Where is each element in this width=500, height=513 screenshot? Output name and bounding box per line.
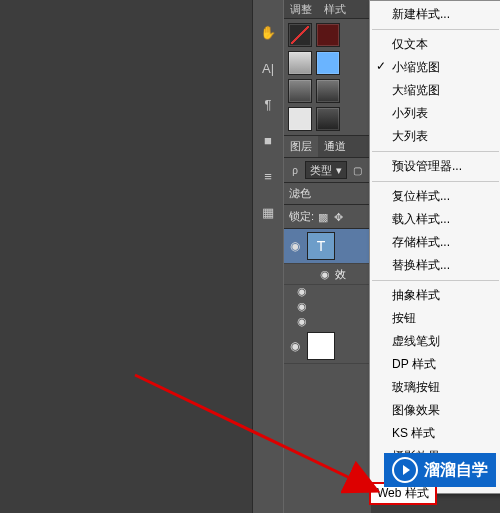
tab-layers[interactable]: 图层 (284, 136, 318, 157)
menu-item-preset-manager[interactable]: 预设管理器... (370, 155, 500, 178)
style-swatch-2[interactable] (316, 23, 340, 47)
menu-item-load-styles[interactable]: 载入样式... (370, 208, 500, 231)
fx-visibility-icon[interactable]: ◉ (318, 268, 332, 281)
menu-item-ks-styles[interactable]: KS 样式 (370, 422, 500, 445)
layer-row-bg[interactable]: ◉ (284, 329, 371, 364)
style-swatch-8[interactable] (316, 107, 340, 131)
menu-separator (372, 29, 499, 30)
layers-panel-tabs: 图层 通道 (284, 136, 371, 157)
workspace-canvas (0, 0, 252, 513)
style-swatch-none[interactable] (288, 23, 312, 47)
styles-panel-menu: 新建样式... 仅文本 小缩览图 大缩览图 小列表 大列表 预设管理器... 复… (369, 0, 500, 494)
layer-thumb-text: T (307, 232, 335, 260)
filter-search-icon[interactable]: ρ (288, 163, 302, 177)
menu-item-small-thumb[interactable]: 小缩览图 (370, 56, 500, 79)
lock-label: 锁定: (289, 209, 314, 224)
styles-panel-tabs: 调整 样式 (284, 0, 371, 19)
menu-separator (372, 151, 499, 152)
tab-yangshi[interactable]: 样式 (318, 0, 352, 18)
menu-item-text-only[interactable]: 仅文本 (370, 33, 500, 56)
menu-item-large-list[interactable]: 大列表 (370, 125, 500, 148)
menu-item-large-thumb[interactable]: 大缩览图 (370, 79, 500, 102)
menu-item-save-styles[interactable]: 存储样式... (370, 231, 500, 254)
swatches-panel-icon[interactable]: ■ (258, 130, 278, 150)
layer-thumb-white (307, 332, 335, 360)
styles-swatch-grid (284, 19, 371, 135)
layer-kind-dropdown[interactable]: 类型 ▾ (305, 161, 347, 179)
menu-item-abstract-styles[interactable]: 抽象样式 (370, 284, 500, 307)
tab-channels[interactable]: 通道 (318, 136, 352, 157)
watermark-badge: 溜溜自学 (384, 453, 496, 487)
fx-sub-visibility-icon[interactable]: ◉ (294, 315, 310, 329)
character-panel-icon[interactable]: A| (258, 58, 278, 78)
visibility-toggle-icon[interactable]: ◉ (287, 239, 303, 253)
right-tool-strip: ✋ A| ¶ ■ ≡ ▦ (252, 0, 284, 513)
fx-text: 效 (335, 268, 346, 280)
fx-sub-list: ◉ ◉ ◉ (284, 285, 371, 329)
menu-separator (372, 280, 499, 281)
menu-separator (372, 181, 499, 182)
tab-tiaozheng[interactable]: 调整 (284, 0, 318, 18)
menu-item-small-list[interactable]: 小列表 (370, 102, 500, 125)
style-swatch-3[interactable] (288, 51, 312, 75)
layers-panel: 图层 通道 ρ 类型 ▾ ▢ 滤色 锁定: ▩ ✥ ◉ T ◉ 效 ◉ ◉ (284, 135, 371, 364)
filter-image-icon[interactable]: ▢ (350, 163, 364, 177)
style-swatch-7[interactable] (288, 107, 312, 131)
menu-item-image-effects[interactable]: 图像效果 (370, 399, 500, 422)
menu-item-buttons[interactable]: 按钮 (370, 307, 500, 330)
play-icon (392, 457, 418, 483)
menu-item-replace-styles[interactable]: 替换样式... (370, 254, 500, 277)
layer-kind-label: 类型 (310, 163, 332, 178)
menu-item-dashed-strokes[interactable]: 虚线笔划 (370, 330, 500, 353)
lock-row: 锁定: ▩ ✥ (284, 205, 371, 229)
style-swatch-6[interactable] (316, 79, 340, 103)
style-swatch-5[interactable] (288, 79, 312, 103)
lock-pixels-icon[interactable]: ▩ (318, 211, 330, 223)
layer-filter-row: ρ 类型 ▾ ▢ (284, 157, 371, 183)
menu-item-reset-styles[interactable]: 复位样式... (370, 185, 500, 208)
lock-position-icon[interactable]: ✥ (334, 211, 346, 223)
fx-sub-visibility-icon[interactable]: ◉ (294, 285, 310, 299)
hand-tool-icon[interactable]: ✋ (258, 22, 278, 42)
watermark-text: 溜溜自学 (424, 460, 488, 481)
fx-sub-visibility-icon[interactable]: ◉ (294, 300, 310, 314)
menu-item-glass-buttons[interactable]: 玻璃按钮 (370, 376, 500, 399)
menu-item-new-style[interactable]: 新建样式... (370, 3, 500, 26)
menu-item-dp-styles[interactable]: DP 样式 (370, 353, 500, 376)
layer-effects-label[interactable]: ◉ 效 (284, 264, 371, 285)
table-panel-icon[interactable]: ▦ (258, 202, 278, 222)
chevron-down-icon: ▾ (336, 164, 342, 177)
paragraph-panel-icon[interactable]: ¶ (258, 94, 278, 114)
panel-dock: 调整 样式 图层 通道 ρ 类型 ▾ ▢ 滤色 锁定: ▩ ✥ (283, 0, 371, 513)
layer-row-text[interactable]: ◉ T (284, 229, 371, 264)
visibility-toggle-icon[interactable]: ◉ (287, 339, 303, 353)
style-swatch-4[interactable] (316, 51, 340, 75)
align-panel-icon[interactable]: ≡ (258, 166, 278, 186)
blend-mode-label[interactable]: 滤色 (284, 183, 371, 205)
